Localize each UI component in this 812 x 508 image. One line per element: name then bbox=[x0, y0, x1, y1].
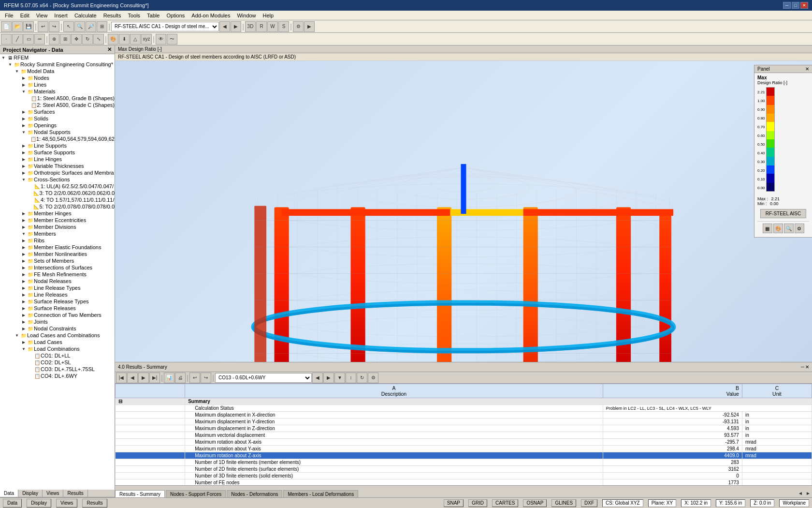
res-tb-options[interactable]: ⚙ bbox=[368, 373, 378, 383]
tb2-member[interactable]: ═ bbox=[34, 34, 45, 45]
tb-3d[interactable]: 3D bbox=[245, 21, 256, 32]
tree-cs5[interactable]: 📐 5: TO 2/2/0.078/0.078/0.078/0.0 bbox=[0, 203, 115, 210]
panel-icon-settings[interactable]: ⚙ bbox=[795, 224, 804, 233]
menu-table[interactable]: Table bbox=[144, 12, 162, 19]
tree-solids[interactable]: ▶ 📁 Solids bbox=[0, 115, 115, 122]
tb2-show-all[interactable]: 👁 bbox=[156, 34, 166, 45]
res-tb-last[interactable]: ▶| bbox=[149, 373, 160, 383]
res-tb-export[interactable]: 📊 bbox=[164, 373, 174, 383]
tb2-rotate[interactable]: ↻ bbox=[82, 34, 93, 45]
table-row-selected[interactable]: Maximum rotation about Z-axis 4409.0 mra… bbox=[116, 452, 812, 459]
tree-co3[interactable]: 📋 CO3: DL+.75LL+.75SL bbox=[0, 366, 115, 373]
res-tb-first[interactable]: |◀ bbox=[116, 373, 127, 383]
results-tab-deformations[interactable]: Nodes - Deformations bbox=[227, 490, 282, 497]
snap-btn[interactable]: SNAP bbox=[444, 499, 464, 507]
tb-redo[interactable]: ↪ bbox=[49, 21, 59, 32]
tree-joints[interactable]: ▶ 📁 Joints bbox=[0, 318, 115, 325]
tree-surfaces[interactable]: ▶ 📁 Surfaces bbox=[0, 108, 115, 115]
menu-options[interactable]: Options bbox=[163, 12, 188, 19]
res-tb-refresh[interactable]: ↻ bbox=[357, 373, 367, 383]
tree-nodes[interactable]: ▶ 📁 Nodes bbox=[0, 75, 115, 81]
tree-load-combinations[interactable]: ▼ 📁 Load Combinations bbox=[0, 345, 115, 352]
tree-co4[interactable]: 📋 CO4: DL+.6WY bbox=[0, 373, 115, 379]
tb2-deform[interactable]: 〜 bbox=[167, 34, 177, 45]
results-close[interactable]: ✕ bbox=[805, 364, 809, 370]
tree-member-nonlinear[interactable]: ▶ 📁 Member Nonlinearities bbox=[0, 251, 115, 257]
menu-window[interactable]: Window bbox=[234, 12, 259, 19]
res-nav-next[interactable]: ▶ bbox=[323, 373, 334, 383]
tree-member-eccentricities[interactable]: ▶ 📁 Member Eccentricities bbox=[0, 217, 115, 224]
status-tab-results[interactable]: Results bbox=[82, 499, 107, 508]
group-expand[interactable]: ⊟ bbox=[116, 398, 185, 405]
tree-load-cases[interactable]: ▶ 📁 Load Cases bbox=[0, 339, 115, 345]
dxf-btn[interactable]: DXF bbox=[581, 499, 597, 507]
tb-save[interactable]: 💾 bbox=[23, 21, 34, 32]
tb-calc[interactable]: ▶ bbox=[304, 21, 315, 32]
tree-surface-release-types[interactable]: ▶ 📁 Surface Release Types bbox=[0, 298, 115, 305]
menu-tools[interactable]: Tools bbox=[125, 12, 143, 19]
results-restore[interactable]: ─ bbox=[801, 364, 804, 370]
tree-surface-supports[interactable]: ▶ 📁 Surface Supports bbox=[0, 149, 115, 156]
tree-member-elastic[interactable]: ▶ 📁 Member Elastic Foundations bbox=[0, 244, 115, 251]
tb2-line[interactable]: ╱ bbox=[12, 34, 23, 45]
tb2-snap[interactable]: ⊕ bbox=[49, 34, 59, 45]
osnap-btn[interactable]: OSNAP bbox=[523, 499, 547, 507]
panel-icon-color[interactable]: 🎨 bbox=[773, 224, 783, 233]
res-tb-redo[interactable]: ↪ bbox=[201, 373, 211, 383]
tb-fit[interactable]: ⊞ bbox=[97, 21, 107, 32]
tb-new[interactable]: 📄 bbox=[1, 21, 12, 32]
tb-undo[interactable]: ↩ bbox=[38, 21, 48, 32]
tb2-surface[interactable]: ▭ bbox=[23, 34, 34, 45]
tree-connection-two[interactable]: ▶ 📁 Connection of Two Members bbox=[0, 312, 115, 318]
tree-line-supports[interactable]: ▶ 📁 Line Supports bbox=[0, 142, 115, 149]
results-tab-summary[interactable]: Results - Summary bbox=[115, 490, 165, 497]
nav-tab-display[interactable]: Display bbox=[18, 490, 43, 497]
tb2-cs[interactable]: xyz bbox=[141, 34, 152, 45]
res-tb-print[interactable]: 🖨 bbox=[175, 373, 186, 383]
tb2-support[interactable]: △ bbox=[130, 34, 141, 45]
nav-tab-data[interactable]: Data bbox=[0, 490, 18, 497]
tree-load-cases-comb[interactable]: ▼ 📁 Load Cases and Combinations bbox=[0, 332, 115, 339]
tree-surface-releases[interactable]: ▶ 📁 Surface Releases bbox=[0, 305, 115, 312]
tree-line-releases[interactable]: ▶ 📁 Line Releases bbox=[0, 291, 115, 298]
tree-cs4[interactable]: 📐 4: TO 1.57/1,57/0.11/0.11/0.11/ bbox=[0, 196, 115, 203]
tree-sets-members[interactable]: ▶ 📁 Sets of Members bbox=[0, 257, 115, 264]
tree-mat2[interactable]: 📋 2: Steel A500, Grade C (Shapes) bbox=[0, 102, 115, 108]
results-table-container[interactable]: ADescription BValue CUnit ⊟ Summary Calc… bbox=[115, 384, 812, 485]
results-tab-support-forces[interactable]: Nodes - Support Forces bbox=[166, 490, 226, 497]
glines-btn[interactable]: GLINES bbox=[551, 499, 576, 507]
tb2-node[interactable]: · bbox=[1, 34, 12, 45]
res-tb-undo[interactable]: ↩ bbox=[189, 373, 200, 383]
tree-member-hinges[interactable]: ▶ 📁 Member Hinges bbox=[0, 210, 115, 217]
panel-icon-zoom[interactable]: 🔍 bbox=[784, 224, 794, 233]
tree-rfem[interactable]: ▼ 🖥 RFEM bbox=[0, 54, 115, 61]
tree-ribs[interactable]: ▶ 📁 Ribs bbox=[0, 237, 115, 244]
status-tab-data[interactable]: Data bbox=[3, 499, 22, 508]
res-tb-next[interactable]: ▶ bbox=[138, 373, 149, 383]
tree-member-divisions[interactable]: ▶ 📁 Member Divisions bbox=[0, 224, 115, 230]
res-scroll-right[interactable]: ► bbox=[804, 488, 812, 497]
maximize-button[interactable]: □ bbox=[792, 2, 799, 9]
rf-steel-button[interactable]: RF-STEEL AISC bbox=[760, 209, 806, 218]
tb2-move[interactable]: ✥ bbox=[71, 34, 82, 45]
tree-members[interactable]: ▼ 📁 Members bbox=[0, 230, 115, 237]
res-tb-sort[interactable]: ↕ bbox=[346, 373, 356, 383]
tb-zoom-in[interactable]: 🔍 bbox=[74, 21, 85, 32]
res-tb-prev[interactable]: ◀ bbox=[127, 373, 138, 383]
cartes-btn[interactable]: CARTES bbox=[492, 499, 518, 507]
menu-help[interactable]: Help bbox=[260, 12, 277, 19]
menu-edit[interactable]: Edit bbox=[17, 12, 32, 19]
tree-mat1[interactable]: 📋 1: Steel A500, Grade B (Shapes) bbox=[0, 95, 115, 102]
tb-zoom-out[interactable]: 🔎 bbox=[86, 21, 96, 32]
status-tab-display[interactable]: Display bbox=[27, 499, 51, 508]
tree-support1[interactable]: 📋 1: 48,50,540,564,579,594,609,62 bbox=[0, 135, 115, 142]
tree-variable-thick[interactable]: ▶ 📁 Variable Thicknesses bbox=[0, 163, 115, 169]
tree-intersections[interactable]: ▶ 📁 Intersections of Surfaces bbox=[0, 264, 115, 271]
res-nav-prev[interactable]: ◀ bbox=[312, 373, 323, 383]
nav-tab-results[interactable]: Results bbox=[63, 490, 87, 497]
tb-prev[interactable]: ◀ bbox=[219, 21, 230, 32]
menu-view[interactable]: View bbox=[33, 12, 51, 19]
tb-open[interactable]: 📂 bbox=[12, 21, 23, 32]
tree-nodal-releases[interactable]: ▶ 📁 Nodal Releases bbox=[0, 278, 115, 284]
tb-select[interactable]: ↖ bbox=[63, 21, 74, 32]
